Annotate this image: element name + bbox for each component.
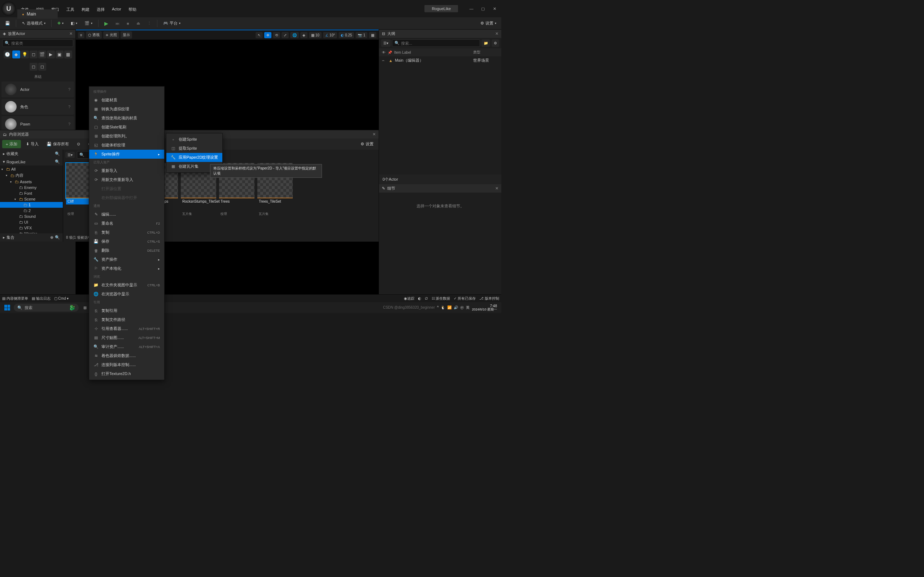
shapes-category-icon[interactable]: ◻ bbox=[30, 50, 37, 58]
favorites-section[interactable]: ▸收藏夹 🔍 bbox=[0, 150, 63, 158]
lighting-button[interactable]: ☀光照 bbox=[103, 31, 119, 39]
ctx-copy[interactable]: ⎘复制CTRL+D bbox=[89, 228, 164, 237]
ctx-asset-local[interactable]: ⚐资产本地化 bbox=[89, 264, 164, 273]
ctx-apply-paper2d[interactable]: 🔧应用Paper2D纹理设置 bbox=[166, 153, 222, 162]
ctx-create-sprite[interactable]: ▫创建Sprite bbox=[166, 135, 222, 144]
collections-section[interactable]: ▸集合 ⊕ 🔍 bbox=[0, 233, 63, 242]
ctx-ref-viewer[interactable]: ⊹引用查看器......ALT+SHIFT+R bbox=[89, 324, 164, 333]
ctx-audit[interactable]: 🔍审计资产......ALT+SHIFT+A bbox=[89, 342, 164, 351]
search-icon[interactable]: 🔍 bbox=[55, 152, 60, 156]
stop-button[interactable]: ■ bbox=[124, 20, 132, 27]
derived-data-button[interactable]: ☷ 派生数据 bbox=[432, 296, 451, 301]
maximize-button[interactable]: ▢ bbox=[478, 4, 488, 13]
close-icon[interactable]: ✕ bbox=[495, 31, 498, 36]
scale-tool[interactable]: ⤢ bbox=[281, 32, 289, 38]
rotate-tool[interactable]: ⟲ bbox=[273, 32, 280, 38]
category-icon[interactable]: ◻ bbox=[38, 63, 46, 71]
visual-category-icon[interactable]: ▶ bbox=[47, 50, 55, 58]
show-button[interactable]: 显示 bbox=[121, 31, 132, 39]
ctx-copy-path[interactable]: ⎘复制文件路径 bbox=[89, 315, 164, 324]
history-back[interactable]: ⊙ bbox=[74, 140, 83, 148]
tree-item[interactable]: ▾🗀内容 bbox=[0, 172, 63, 179]
tree-item[interactable]: 🗀2 bbox=[0, 208, 63, 213]
search-icon[interactable]: 🔍 bbox=[55, 235, 60, 240]
ctx-asset-ops[interactable]: 🔧资产操作 bbox=[89, 255, 164, 264]
tree-item[interactable]: ▾🗀Assets bbox=[0, 179, 63, 185]
add-content-button[interactable]: ✚ bbox=[55, 19, 66, 27]
viewport-menu[interactable]: ≡ bbox=[78, 32, 84, 38]
cmd-button[interactable]: ▢ Cmd ▾ bbox=[54, 297, 69, 300]
import-button[interactable]: ⬇导入 bbox=[23, 140, 42, 148]
ctx-reimport[interactable]: ⟳重新导入 bbox=[89, 166, 164, 175]
ctx-create-material[interactable]: ◉创建材质 bbox=[89, 95, 164, 105]
camera-speed[interactable]: 📷1 bbox=[355, 32, 367, 38]
menu-tools[interactable]: 工具 bbox=[63, 5, 78, 14]
cinematic-category-icon[interactable]: 🎬 bbox=[38, 50, 46, 58]
actor-item[interactable]: 角色 ? bbox=[2, 99, 74, 115]
project-section[interactable]: ▾RogueLike 🔍 bbox=[0, 158, 63, 166]
ctx-shader-cook[interactable]: ≋着色器烘焙数据...... bbox=[89, 351, 164, 360]
settings-button[interactable]: ⚙ bbox=[492, 39, 499, 47]
tree-item[interactable]: 🗀Warrior bbox=[0, 231, 63, 233]
actor-item[interactable]: Actor ? bbox=[2, 82, 74, 97]
ctx-extract-sprite[interactable]: ◫提取Sprite bbox=[166, 144, 222, 153]
ctx-save[interactable]: 💾保存CTRL+S bbox=[89, 237, 164, 246]
tray-ime-icon[interactable]: 英 bbox=[466, 305, 470, 310]
tray-chevron-icon[interactable]: ^ bbox=[437, 305, 439, 309]
tray-network-icon[interactable]: 📶 bbox=[447, 305, 452, 309]
play-button[interactable]: ▶ bbox=[102, 19, 111, 28]
menu-help[interactable]: 帮助 bbox=[125, 5, 140, 14]
settings-button[interactable]: ⚙设置 bbox=[358, 140, 376, 148]
tree-item[interactable]: 🗀1 bbox=[0, 202, 63, 208]
ctx-sprite-ops[interactable]: 🏃Sprite操作 bbox=[89, 150, 164, 159]
select-tool[interactable]: ↖ bbox=[255, 32, 263, 38]
ctx-convert-virtual[interactable]: ▦转换为虚拟纹理 bbox=[89, 105, 164, 114]
tray-volume-icon[interactable]: 🔊 bbox=[454, 305, 458, 309]
ctx-size-map[interactable]: ▤尺寸贴图......ALT+SHIFT+M bbox=[89, 333, 164, 342]
menu-actor[interactable]: Actor bbox=[108, 5, 125, 13]
source-control-button[interactable]: ⎇ 版本控制 bbox=[479, 296, 499, 301]
add-icon[interactable]: ⊕ bbox=[50, 235, 53, 240]
tray-qq-icon[interactable]: 🐧 bbox=[441, 305, 445, 309]
tree-item[interactable]: 🗀VFX bbox=[0, 225, 63, 231]
outliner-search[interactable]: 🔍 bbox=[392, 39, 480, 47]
tree-item[interactable]: 🗀Sound bbox=[0, 213, 63, 219]
output-log-button[interactable]: ▤ 输出日志 bbox=[32, 296, 50, 301]
scale-snap[interactable]: ◐0.25 bbox=[339, 32, 354, 38]
search-icon[interactable]: 🔍 bbox=[55, 160, 60, 164]
coord-space[interactable]: 🌐 bbox=[290, 32, 299, 38]
menu-select[interactable]: 选择 bbox=[93, 5, 108, 14]
mode-selector[interactable]: ↖选项模式 bbox=[19, 19, 48, 27]
ctx-show-folder[interactable]: 📁在文件夹视图中显示CTRL+B bbox=[89, 280, 164, 290]
taskbar-clock[interactable]: 7:48 2024/6/10 星期一 bbox=[472, 304, 497, 311]
menu-build[interactable]: 构建 bbox=[78, 5, 93, 14]
level-tab[interactable]: Main bbox=[17, 10, 58, 19]
filter-button[interactable]: ☰▾ bbox=[65, 152, 75, 158]
cinematics-button[interactable]: 🎬 bbox=[82, 19, 95, 27]
lights-category-icon[interactable]: 💡 bbox=[21, 50, 29, 58]
ctx-source-control[interactable]: ⎇连接到版本控制...... bbox=[89, 360, 164, 369]
help-icon[interactable]: ? bbox=[68, 105, 70, 109]
content-drawer-button[interactable]: ▤ 内容侧滑菜单 bbox=[2, 296, 28, 301]
tree-item[interactable]: 🗀Font bbox=[0, 190, 63, 196]
save-button[interactable]: 💾 bbox=[2, 19, 13, 27]
status-icon[interactable]: ◐ bbox=[418, 297, 421, 300]
play-options-button[interactable]: ⋮ bbox=[144, 19, 154, 27]
ctx-open-header[interactable]: {}打开Texture2D.h bbox=[89, 369, 164, 378]
platforms-button[interactable]: 🎮平台 bbox=[160, 19, 183, 27]
add-button[interactable]: +添加 bbox=[2, 140, 21, 148]
tray-lang-icon[interactable]: ㊥ bbox=[460, 305, 464, 310]
ctx-rename[interactable]: ▭重命名F2 bbox=[89, 219, 164, 228]
grid-snap[interactable]: ▦10 bbox=[309, 32, 321, 38]
ctx-create-array[interactable]: ⊞创建纹理阵列。 bbox=[89, 132, 164, 141]
eject-button[interactable]: ⏏ bbox=[134, 19, 143, 27]
ctx-reimport-new[interactable]: ⟳用新文件重新导入 bbox=[89, 175, 164, 184]
recent-category-icon[interactable]: 🕐 bbox=[3, 50, 11, 58]
blueprints-button[interactable]: ◧ bbox=[68, 19, 80, 27]
taskbar-search[interactable]: 🔍 搜索 🐉 bbox=[14, 304, 79, 311]
tree-item[interactable]: 🗀UI bbox=[0, 219, 63, 225]
save-all-button[interactable]: 💾保存所有 bbox=[44, 140, 72, 148]
outliner-row[interactable]: ⌢ ▲ Main（编辑器） 世界场景 bbox=[379, 56, 501, 64]
help-icon[interactable]: ? bbox=[68, 87, 70, 92]
folder-button[interactable]: 📁 bbox=[481, 39, 490, 47]
